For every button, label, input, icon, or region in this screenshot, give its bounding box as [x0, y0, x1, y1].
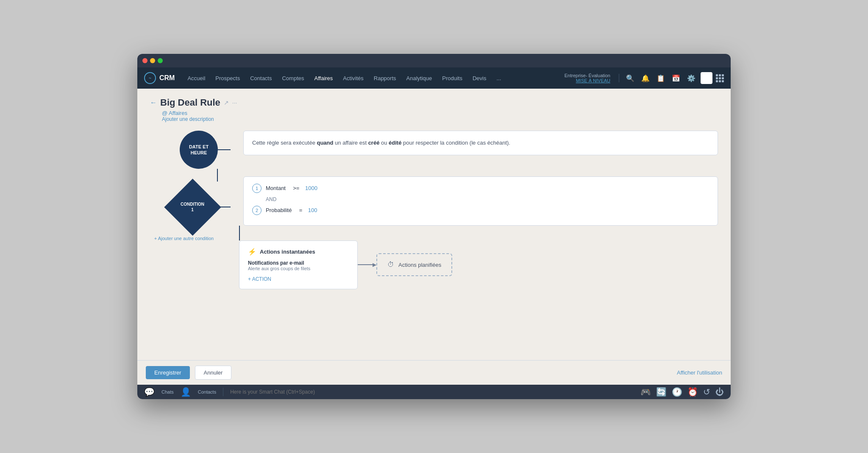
condition-op-1: >= — [293, 185, 299, 191]
nav-prospects[interactable]: Prospects — [211, 73, 244, 84]
history-icon[interactable]: ↺ — [703, 387, 710, 397]
external-link-icon[interactable]: ↗ — [224, 99, 229, 106]
app-window: ~ CRM Accueil Prospects Contacts Comptes… — [137, 54, 731, 399]
alarm-icon[interactable]: ⏰ — [687, 387, 698, 397]
chats-icon[interactable]: 💬 — [144, 387, 155, 397]
nav-contacts[interactable]: Contacts — [246, 73, 276, 84]
condition-num-2: 2 — [252, 206, 262, 215]
crm-logo-text: CRM — [159, 74, 175, 82]
close-dot[interactable] — [142, 58, 147, 63]
condition-row-1: 1 Montant >= 1000 — [252, 184, 709, 193]
main-content: ← Big Deal Rule ↗ ··· @ Affaires Ajouter… — [137, 89, 731, 360]
v-connector-2 — [239, 226, 240, 240]
save-button[interactable]: Enregistrer — [146, 366, 190, 379]
nav-produits[interactable]: Produits — [438, 73, 467, 84]
bell-icon[interactable]: 🔔 — [640, 73, 651, 84]
date-time-label: DATE ETHEURE — [189, 144, 209, 156]
trigger-keyword3: édité — [389, 140, 401, 146]
user-avatar[interactable] — [701, 72, 712, 84]
condition-field-1: Montant — [266, 185, 289, 191]
condition-val-2: 100 — [306, 207, 317, 213]
notification-title: Notifications par e-mail — [248, 260, 349, 266]
contacts-label: Contacts — [198, 389, 216, 394]
notification-item: Notifications par e-mail Alerte aux gros… — [248, 260, 349, 271]
page-title-area: Big Deal Rule ↗ ··· — [160, 97, 237, 108]
calendar-icon[interactable]: 📅 — [670, 73, 682, 84]
trigger-keyword2: créé — [368, 140, 380, 146]
refresh-icon[interactable]: 🔄 — [656, 387, 667, 397]
clock-icon: ⏱ — [387, 261, 394, 268]
v-connector-1 — [217, 169, 218, 182]
search-icon[interactable]: 🔍 — [624, 73, 636, 84]
actions-h-line — [358, 264, 373, 265]
bottom-toolbar: Enregistrer Annuler Afficher l'utilisati… — [137, 360, 731, 385]
nav-comptes[interactable]: Comptes — [278, 73, 308, 84]
back-button[interactable]: ← — [150, 99, 157, 106]
nav-more[interactable]: ... — [492, 73, 505, 84]
planned-actions-label: Actions planifiées — [398, 262, 441, 268]
actions-connector: ▶ — [358, 262, 376, 268]
condition-row-nodes: CONDITION1 — [150, 182, 231, 232]
condition-field-2: Probabilité — [266, 207, 295, 213]
condition-node[interactable]: CONDITION1 — [167, 182, 218, 232]
trigger-text-after: pour respecter la condition (le cas éché… — [401, 140, 510, 146]
clock-status-icon[interactable]: 🕐 — [672, 387, 682, 397]
page-title: Big Deal Rule — [160, 97, 220, 108]
nav-right: Entreprise- Évaluation MISE À NIVEAU 🔍 🔔… — [565, 72, 724, 84]
spacer-1 — [239, 164, 240, 176]
cancel-button[interactable]: Annuler — [195, 366, 232, 380]
date-time-node[interactable]: DATE ETHEURE — [180, 131, 218, 169]
enterprise-name: Entreprise- Évaluation — [565, 73, 610, 78]
crm-logo-icon: ~ — [144, 72, 156, 84]
calendar-plus-icon[interactable]: 📋 — [655, 73, 667, 84]
lightning-icon: ⚡ — [248, 248, 256, 256]
trigger-text-before: Cette règle sera exécutée — [252, 140, 317, 146]
condition-and: AND — [252, 196, 709, 202]
add-action-button[interactable]: + ACTION — [248, 276, 349, 282]
settings-icon[interactable]: ⚙️ — [685, 73, 697, 84]
power-icon[interactable]: ⏻ — [715, 387, 724, 397]
instant-actions-box: ⚡ Actions instantanées Notifications par… — [239, 240, 358, 289]
affaires-label: @ Affaires — [162, 110, 718, 116]
notification-subtitle: Alerte aux gros coups de filets — [248, 266, 349, 271]
nav-accueil[interactable]: Accueil — [183, 73, 209, 84]
instant-actions-header: ⚡ Actions instantanées — [248, 248, 349, 256]
add-description-link[interactable]: Ajouter une description — [162, 116, 718, 122]
nav-activites[interactable]: Activités — [339, 73, 367, 84]
nav-analytique[interactable]: Analytique — [402, 73, 437, 84]
gamepad-icon[interactable]: 🎮 — [640, 387, 651, 397]
add-condition-link[interactable]: + Ajouter une autre condition — [154, 236, 214, 241]
top-nav: ~ CRM Accueil Prospects Contacts Comptes… — [137, 67, 731, 89]
trigger-keyword1: quand — [317, 140, 333, 146]
contacts-icon[interactable]: 👤 — [181, 387, 191, 397]
nav-separator — [619, 74, 619, 82]
nav-devis[interactable]: Devis — [468, 73, 491, 84]
more-options-icon[interactable]: ··· — [232, 99, 237, 106]
arrow-right-icon: ▶ — [373, 262, 376, 268]
maximize-dot[interactable] — [158, 58, 163, 63]
condition-row-2: 2 Probabilité = 100 — [252, 206, 709, 215]
nav-affaires[interactable]: Affaires — [310, 73, 337, 84]
upgrade-link[interactable]: MISE À NIVEAU — [565, 78, 610, 83]
smart-chat-input[interactable] — [230, 389, 634, 395]
nav-rapports[interactable]: Rapports — [370, 73, 401, 84]
title-bar — [137, 54, 731, 67]
trigger-h-connector — [218, 149, 231, 150]
nav-logo: ~ CRM — [144, 72, 175, 84]
workflow-area: DATE ETHEURE CONDITION1 + Ajouter une au… — [150, 131, 718, 289]
workflow-content-col: Cette règle sera exécutée quand un affai… — [231, 131, 718, 289]
minimize-dot[interactable] — [150, 58, 155, 63]
trigger-text-mid2: ou — [379, 140, 389, 146]
grid-icon[interactable] — [716, 74, 724, 82]
status-bar: 💬 Chats 👤 Contacts 🎮 🔄 🕐 ⏰ ↺ ⏻ — [137, 385, 731, 399]
condition-num-1: 1 — [252, 184, 262, 193]
planned-actions-box[interactable]: ⏱ Actions planifiées — [376, 253, 452, 276]
trigger-text-mid1: un affaire est — [333, 140, 368, 146]
status-bar-right: 🎮 🔄 🕐 ⏰ ↺ ⏻ — [640, 387, 724, 397]
condition-op-2: = — [299, 207, 303, 213]
chats-label: Chats — [161, 389, 174, 394]
condition-box: 1 Montant >= 1000 AND 2 Probabilité = 10… — [243, 176, 718, 226]
breadcrumb-area: ← Big Deal Rule ↗ ··· — [150, 97, 718, 108]
show-usage-link[interactable]: Afficher l'utilisation — [677, 369, 722, 376]
trigger-row: DATE ETHEURE — [150, 131, 231, 169]
